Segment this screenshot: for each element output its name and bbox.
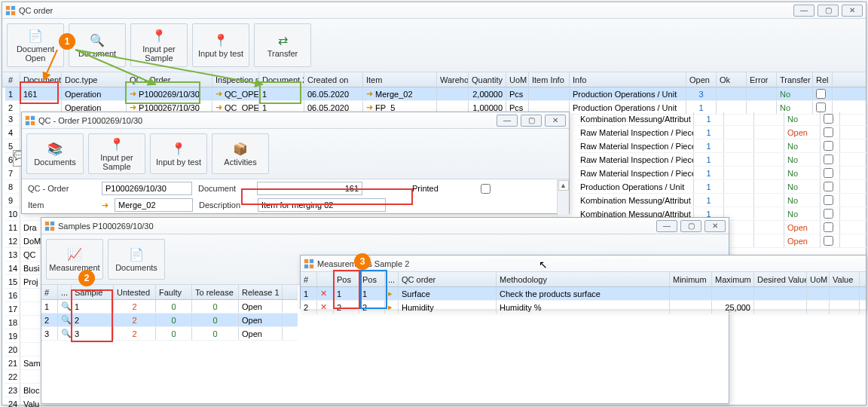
col-document[interactable]: Document: [20, 72, 62, 87]
transfer-icon: ⇄: [275, 32, 290, 47]
svg-rect-4: [26, 115, 29, 119]
rel-checkbox[interactable]: [824, 155, 833, 164]
rel-checkbox[interactable]: [816, 103, 826, 112]
table-row[interactable]: Production Operations / Unit1No: [577, 180, 866, 194]
col-warehouse[interactable]: Warehouse: [437, 72, 469, 87]
main-grid-body: 1 161 Operation ➜ P1000269/10/30 ➜ QC_OP…: [2, 87, 866, 115]
rel-checkbox[interactable]: [824, 209, 833, 219]
col-item[interactable]: Item: [363, 72, 437, 87]
col-uom[interactable]: UoM: [506, 72, 529, 87]
printed-label: Printed: [412, 184, 439, 193]
col-qty[interactable]: Quantity: [469, 72, 506, 87]
description-input[interactable]: [258, 198, 386, 212]
detail-icon[interactable]: 🔍: [58, 300, 72, 313]
x-icon[interactable]: ✕: [317, 287, 334, 300]
arrow-icon: ➜: [102, 200, 108, 210]
arrow-icon: ➜: [366, 89, 373, 99]
badge-1: 1: [59, 33, 75, 50]
qc-order-label: QC - Order: [28, 184, 96, 193]
chart-icon: 📈: [67, 246, 82, 262]
table-row[interactable]: 2 ✕ 2 2 ▸ Humidity Humidity % 25,000: [301, 301, 866, 314]
badge-3: 3: [354, 253, 371, 270]
rel-checkbox[interactable]: [816, 89, 826, 99]
table-row[interactable]: 2 🔍 2 2 0 0 Open: [41, 314, 298, 327]
input-per-sample-button[interactable]: 📍Input per Sample: [130, 23, 188, 67]
svg-rect-3: [11, 11, 15, 14]
measurement-button[interactable]: 📈Measurement: [46, 239, 103, 280]
col-rel[interactable]: Rel: [813, 72, 833, 87]
minimize-button[interactable]: —: [497, 115, 518, 127]
close-button[interactable]: ✕: [545, 115, 566, 127]
document-open-button[interactable]: 📄Document Open: [7, 23, 64, 67]
document-icon: 📄: [129, 246, 144, 262]
pin-icon: 📍: [213, 32, 228, 47]
close-button[interactable]: ✕: [704, 220, 726, 232]
col-document2[interactable]: Document 2: [259, 72, 304, 87]
detail-icon[interactable]: 🔍: [58, 327, 72, 340]
col-doctype[interactable]: Doc.type: [62, 72, 127, 87]
printed-checkbox[interactable]: [481, 184, 491, 194]
x-icon[interactable]: ✕: [317, 301, 334, 314]
col-open[interactable]: Open: [686, 72, 717, 87]
close-button[interactable]: ✕: [842, 5, 863, 17]
col-ok[interactable]: Ok: [717, 72, 747, 87]
item-input[interactable]: [115, 198, 193, 212]
col-qcorder[interactable]: QC - Order: [127, 72, 212, 87]
documents-icon: 📚: [47, 141, 63, 156]
table-row[interactable]: 1 161 Operation ➜ P1000269/10/30 ➜ QC_OP…: [5, 87, 866, 101]
svg-rect-9: [50, 221, 54, 225]
rel-checkbox[interactable]: [824, 141, 833, 151]
table-row[interactable]: Kombination Messung/Attribut (rel1No: [577, 194, 866, 207]
table-row[interactable]: Kombination Messung/Attribut (rel1No: [577, 112, 866, 126]
document-button[interactable]: 🔍Document: [69, 23, 126, 67]
col-inspection[interactable]: Inspection p: [212, 72, 259, 87]
table-row[interactable]: Raw Material Inspection / Pieces1No: [577, 153, 866, 167]
input-by-test-button[interactable]: 📍Input by test: [192, 23, 249, 67]
rel-checkbox[interactable]: [824, 195, 833, 205]
svg-rect-11: [50, 226, 54, 230]
rel-checkbox[interactable]: [824, 127, 833, 137]
table-row[interactable]: Raw Material Inspection / Pieces1No: [577, 167, 866, 180]
detail-icon[interactable]: ▸: [385, 287, 399, 300]
documents-button[interactable]: 📄Documents: [108, 239, 165, 280]
main-grid-header: # Document Doc.type QC - Order Inspectio…: [2, 72, 866, 87]
transfer-button[interactable]: ⇄Transfer: [254, 23, 311, 67]
maximize-button[interactable]: ▢: [521, 115, 542, 127]
col-num[interactable]: #: [5, 72, 20, 87]
svg-rect-12: [304, 259, 308, 262]
detail-icon[interactable]: ▸: [385, 301, 399, 314]
table-row[interactable]: 1 ✕ 1 1 ▸ Surface Check the products sur…: [301, 287, 866, 301]
qc-order-input[interactable]: [102, 182, 192, 195]
svg-rect-10: [45, 226, 49, 230]
titlebar: QC order — ▢ ✕: [2, 2, 866, 19]
maximize-button[interactable]: ▢: [680, 220, 701, 232]
col-transfer[interactable]: Transfer: [777, 72, 813, 87]
documents-button[interactable]: 📚Documents: [26, 133, 84, 174]
minimize-button[interactable]: —: [793, 5, 815, 17]
badge-2: 2: [78, 270, 95, 286]
col-error[interactable]: Error: [747, 72, 777, 87]
col-iteminfo[interactable]: Item Info: [529, 72, 570, 87]
table-row[interactable]: Raw Material Inspection / Pieces1Open: [577, 126, 866, 139]
svg-rect-6: [26, 121, 29, 124]
input-per-sample-button[interactable]: 📍Input per Sample: [88, 133, 145, 174]
table-row[interactable]: 1 🔍 1 2 0 0 Open: [41, 300, 298, 314]
col-createdon[interactable]: Created on: [304, 72, 363, 87]
rel-checkbox[interactable]: [824, 114, 833, 124]
table-row[interactable]: Raw Material Inspection / Pieces1No: [577, 139, 866, 153]
rel-checkbox[interactable]: [824, 222, 833, 232]
rel-checkbox[interactable]: [824, 168, 833, 178]
minimize-button[interactable]: —: [656, 220, 677, 232]
activities-button[interactable]: 📦Activities: [212, 133, 269, 174]
input-by-test-button[interactable]: 📍Input by test: [150, 133, 207, 174]
pin-icon: 📍: [151, 28, 167, 43]
table-row[interactable]: 3 🔍 3 2 0 0 Open: [41, 327, 298, 341]
scroll-up-button[interactable]: ▲: [558, 180, 569, 191]
qc-order-detail-window: QC - Order P1000269/10/30 — ▢ ✕ 📚Documen…: [21, 112, 570, 214]
detail-icon[interactable]: 🔍: [58, 314, 72, 326]
col-info[interactable]: Info: [570, 72, 686, 87]
rel-checkbox[interactable]: [824, 182, 833, 191]
document-input[interactable]: [257, 182, 362, 195]
rel-checkbox[interactable]: [824, 236, 833, 246]
maximize-button[interactable]: ▢: [818, 5, 839, 17]
